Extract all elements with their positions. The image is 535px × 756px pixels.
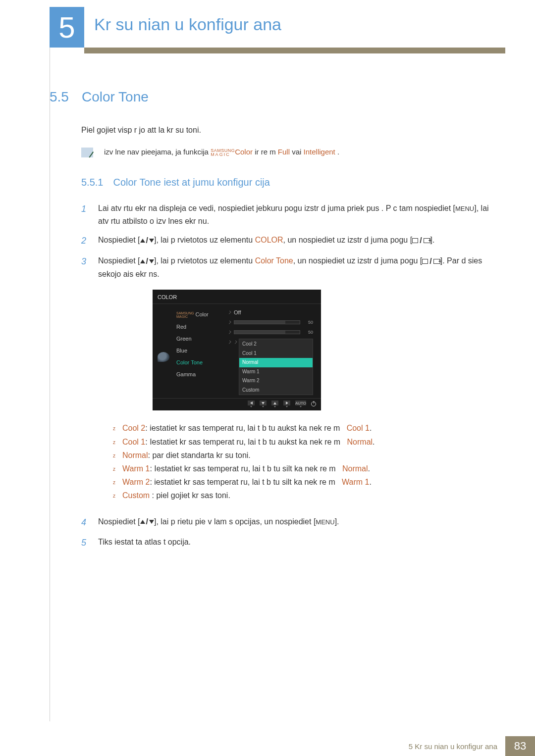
- step-2: 2 Nospiediet [/], lai p rvietotos uz ele…: [81, 234, 495, 249]
- osd-menu: COLOR SAMSUNGMAGIC Color Red Green: [153, 290, 321, 410]
- dropdown-item: Cool 1: [239, 349, 313, 358]
- bullet-item: z Warm 1: Iestatiet kr sas temperat ru, …: [113, 462, 495, 475]
- chevron-icon: [234, 341, 237, 344]
- subsection-title: Color Tone iest at jumu konfigur cija: [113, 177, 269, 188]
- osd-label-magic-color: SAMSUNGMAGIC Color: [176, 310, 226, 319]
- note-color-keyword: Color: [235, 148, 253, 156]
- step-number: 1: [81, 202, 89, 228]
- chapter-title: Kr su nian u konfigur ana: [94, 15, 281, 34]
- bullet-icon: z: [113, 449, 115, 462]
- up-down-arrow-icon: /: [140, 234, 154, 247]
- step-5: 5 Tiks iestat ta atlas t opcija.: [81, 536, 495, 551]
- bullet-item: z Warm 2: iestatiet kr sas temperat ru, …: [113, 475, 495, 489]
- page-number: 83: [505, 736, 535, 756]
- step-4: 4 Nospiediet [/], lai p rietu pie v lam …: [81, 515, 495, 530]
- page-content: 5.5 Color Tone Piel gojiet visp r jo att…: [50, 89, 495, 556]
- osd-values: Off 50 50: [228, 309, 316, 395]
- dropdown-item: Custom: [239, 386, 313, 395]
- palette-icon: [158, 352, 169, 362]
- osd-dropdown: Cool 2 Cool 1 Normal Warm 1 Warm 2 Custo…: [239, 339, 313, 395]
- tone-bullet-list: z Cool 2: iestatiet kr sas temperat ru, …: [113, 421, 495, 502]
- bullet-item: z Cool 2: iestatiet kr sas temperat ru, …: [113, 421, 495, 435]
- osd-nav-left: [248, 401, 255, 407]
- subsection-number: 5.5.1: [81, 177, 103, 188]
- step-3: 3 Nospiediet [/], lai p rvietotos uz ele…: [81, 254, 495, 509]
- osd-bottom-bar: AUTO: [153, 398, 321, 410]
- osd-labels: SAMSUNGMAGIC Color Red Green Blue Color …: [176, 309, 226, 395]
- slider-value: 50: [303, 329, 313, 336]
- osd-label-red: Red: [176, 322, 226, 331]
- osd-row-green: 50: [228, 329, 313, 336]
- step-body: Nospiediet [/], lai p rietu pie v lam s …: [98, 515, 495, 530]
- menu-label: MENU: [316, 518, 334, 526]
- slider: [234, 320, 300, 324]
- step-number: 3: [81, 254, 89, 509]
- osd-label-gamma: Gamma: [176, 370, 226, 379]
- step-1: 1 Lai atv rtu ekr na displeja ce vedi, n…: [81, 202, 495, 228]
- dropdown-item: Warm 2: [239, 376, 313, 386]
- up-down-arrow-icon: /: [140, 255, 154, 268]
- note: izv lne nav pieejama, ja funkcija SAMSUN…: [81, 147, 495, 158]
- page-footer: 5 Kr su nian u konfigur ana 83: [0, 736, 535, 756]
- osd-label-blue: Blue: [176, 346, 226, 355]
- note-icon: [81, 148, 93, 157]
- osd-auto-button: AUTO: [295, 401, 306, 407]
- section-title: Color Tone: [82, 89, 149, 105]
- step-body: Lai atv rtu ekr na displeja ce vedi, nos…: [98, 202, 495, 228]
- up-down-arrow-icon: /: [140, 515, 154, 528]
- osd-screenshot: COLOR SAMSUNGMAGIC Color Red Green: [153, 290, 495, 410]
- step-body: Nospiediet [/], lai p rvietotos uz eleme…: [98, 254, 495, 509]
- subsection-heading: 5.5.1 Color Tone iest at jumu konfigur c…: [81, 177, 495, 188]
- step-number: 2: [81, 234, 89, 249]
- slider: [234, 330, 300, 334]
- slider-value: 50: [303, 319, 313, 326]
- osd-label-green: Green: [176, 334, 226, 343]
- dropdown-item-selected: Normal: [239, 358, 313, 367]
- note-pre: izv lne nav pieejama, ja funkcija: [104, 148, 209, 156]
- bullet-icon: z: [113, 462, 115, 475]
- bullet-icon: z: [113, 489, 115, 502]
- step-body: Tiks iestat ta atlas t opcija.: [98, 536, 495, 551]
- osd-title: COLOR: [153, 290, 321, 304]
- chapter-number: 5: [50, 7, 84, 48]
- osd-nav-right: [283, 401, 290, 407]
- note-text: izv lne nav pieejama, ja funkcija SAMSUN…: [104, 147, 339, 158]
- dropdown-item: Warm 1: [239, 367, 313, 377]
- note-full-keyword: Full: [278, 148, 290, 156]
- enter-icon: /: [412, 234, 430, 247]
- bullet-icon: z: [113, 435, 115, 449]
- osd-body: SAMSUNGMAGIC Color Red Green Blue Color …: [153, 304, 321, 398]
- note-intelligent-keyword: Intelligent: [304, 148, 335, 156]
- chevron-icon: [228, 341, 231, 344]
- dropdown-item: Cool 2: [239, 340, 313, 349]
- steps-list: 1 Lai atv rtu ekr na displeja ce vedi, n…: [81, 202, 495, 551]
- bullet-item: z Normal: par diet standarta kr su toni.: [113, 449, 495, 462]
- section-heading: 5.5 Color Tone: [50, 89, 495, 105]
- enter-icon: /: [422, 255, 440, 268]
- osd-nav-up: [271, 401, 278, 407]
- section-intro: Piel gojiet visp r jo att la kr su toni.: [81, 126, 495, 135]
- osd-label-color-tone: Color Tone: [176, 358, 226, 367]
- chevron-icon: [228, 311, 231, 314]
- samsung-magic-brand: SAMSUNG MAGIC: [211, 149, 235, 156]
- page-header: 5 Kr su nian u konfigur ana: [0, 0, 535, 59]
- chevron-icon: [228, 331, 231, 334]
- menu-label: MENU: [455, 205, 474, 212]
- step-body: Nospiediet [/], lai p rvietotos uz eleme…: [98, 234, 495, 249]
- step-number: 5: [81, 536, 89, 551]
- section-number: 5.5: [50, 89, 69, 105]
- osd-row-dropdown: Cool 2 Cool 1 Normal Warm 1 Warm 2 Custo…: [228, 339, 313, 395]
- osd-row-red: 50: [228, 319, 313, 326]
- color-keyword: COLOR: [255, 236, 283, 244]
- color-tone-keyword: Color Tone: [255, 256, 293, 265]
- chevron-icon: [228, 321, 231, 324]
- osd-icon-column: [153, 309, 174, 395]
- osd-row-off: Off: [228, 309, 313, 316]
- bullet-item: z Custom : piel gojiet kr sas toni.: [113, 489, 495, 502]
- bullet-icon: z: [113, 475, 115, 489]
- footer-chapter-label: 5 Kr su nian u konfigur ana: [409, 736, 505, 756]
- bullet-icon: z: [113, 421, 115, 435]
- power-icon: [311, 402, 316, 406]
- header-accent-bar: [84, 48, 505, 53]
- step-number: 4: [81, 515, 89, 530]
